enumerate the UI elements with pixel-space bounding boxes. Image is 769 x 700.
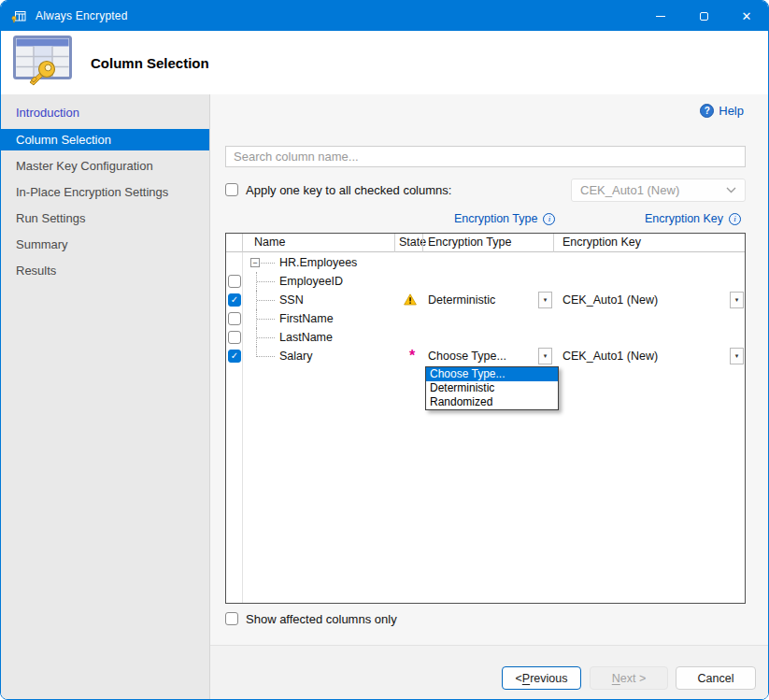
titlebar: Always Encrypted ✕	[1, 1, 768, 31]
sidebar-item-results[interactable]: Results	[1, 258, 209, 284]
previous-button[interactable]: < Previous	[502, 666, 581, 690]
required-asterisk-icon: *	[409, 349, 415, 364]
column-name: Salary	[279, 350, 312, 363]
table-group-row: − HR.Employees	[226, 253, 745, 272]
cancel-button[interactable]: Cancel	[676, 666, 756, 690]
warning-icon	[404, 293, 417, 308]
tree-line	[257, 356, 275, 357]
tree-line	[257, 300, 275, 301]
table-row-lastname: LastName	[226, 328, 745, 347]
chevron-down-icon	[726, 187, 736, 193]
column-name: EmployeeID	[279, 275, 343, 288]
row-checkbox-lastname[interactable]	[228, 331, 241, 344]
apply-one-key-label: Apply one key to all checked columns:	[246, 183, 451, 197]
app-table-key-icon	[11, 8, 26, 23]
sidebar-item-master-key-configuration[interactable]: Master Key Configuration	[1, 153, 209, 179]
window-title: Always Encrypted	[36, 9, 128, 22]
minimize-icon	[656, 16, 665, 17]
row-checkbox-salary[interactable]: ✓	[228, 350, 241, 363]
tree-collapse-icon[interactable]: −	[250, 258, 260, 267]
grid-header: Name State Encryption Type Encryption Ke…	[226, 234, 745, 252]
help-label: Help	[719, 104, 744, 118]
tree-line	[257, 319, 275, 320]
wizard-sidebar: IntroductionColumn SelectionMaster Key C…	[1, 94, 210, 699]
tree-line	[257, 281, 275, 282]
cek-master-value: CEK_Auto1 (New)	[580, 183, 679, 197]
encryption-key-dropdown-button[interactable]: ▾	[730, 348, 744, 364]
always-encrypted-wizard-window: Always Encrypted ✕	[0, 0, 769, 700]
column-name: LastName	[279, 331, 333, 344]
maximize-icon	[700, 12, 708, 21]
encryption-key-link[interactable]: Encryption Key i	[645, 212, 741, 225]
column-name: FirstName	[279, 312, 334, 325]
encryption-type-link[interactable]: Encryption Type i	[454, 212, 555, 225]
footer-bar: < Previous Next > Cancel	[210, 645, 768, 699]
table-row-employeeid: EmployeeID	[226, 272, 745, 291]
encryption-type-dropdown-button[interactable]: ▾	[538, 292, 552, 308]
show-affected-label: Show affected columns only	[246, 612, 397, 626]
apply-one-key-checkbox[interactable]	[225, 183, 238, 196]
encryption-key-value: CEK_Auto1 (New)	[563, 350, 658, 363]
close-icon: ✕	[742, 10, 752, 22]
info-icon[interactable]: i	[543, 213, 555, 225]
table-row-firstname: FirstName	[226, 309, 745, 328]
content-pane: ? Help Apply one key to all checked colu…	[210, 94, 768, 699]
header-encryption-key: Encryption Key	[563, 234, 641, 251]
table-row-ssn: ✓SSNDeterministic▾CEK_Auto1 (New)▾	[226, 291, 745, 309]
sidebar-item-in-place-encryption-settings[interactable]: In-Place Encryption Settings	[1, 179, 209, 206]
help-link[interactable]: ? Help	[700, 104, 744, 118]
table-row-salary: ✓Salary*Choose Type...▾CEK_Auto1 (New)▾	[226, 347, 745, 365]
sidebar-item-summary[interactable]: Summary	[1, 232, 209, 258]
close-button[interactable]: ✕	[725, 1, 768, 31]
dropdown-option-randomized[interactable]: Randomized	[426, 395, 558, 409]
show-affected-checkbox[interactable]	[225, 612, 238, 625]
maximize-button[interactable]	[682, 1, 725, 31]
column-name: SSN	[279, 293, 304, 307]
encryption-type-dropdown-button[interactable]: ▾	[538, 348, 552, 364]
sidebar-item-introduction[interactable]: Introduction	[1, 100, 209, 126]
row-checkbox-employeeid[interactable]	[228, 275, 241, 288]
header-name: Name	[254, 234, 285, 251]
encryption-key-dropdown-button[interactable]: ▾	[730, 292, 744, 308]
cek-master-combobox[interactable]: CEK_Auto1 (New)	[571, 179, 746, 202]
search-input[interactable]	[225, 146, 746, 167]
tree-line	[257, 337, 275, 338]
info-icon[interactable]: i	[729, 213, 741, 225]
dropdown-option-deterministic[interactable]: Deterministic	[426, 381, 558, 395]
encryption-type-value: Deterministic	[428, 293, 495, 307]
next-button[interactable]: Next >	[590, 666, 668, 690]
sidebar-item-column-selection[interactable]: Column Selection	[1, 129, 209, 150]
dropdown-option-choose-type-[interactable]: Choose Type...	[426, 367, 558, 381]
row-checkbox-ssn[interactable]: ✓	[228, 293, 241, 307]
header-encryption-type: Encryption Type	[428, 234, 511, 251]
page-title: Column Selection	[91, 55, 209, 71]
group-row-name: HR.Employees	[279, 256, 357, 269]
columns-grid: Name State Encryption Type Encryption Ke…	[225, 233, 746, 604]
encryption-key-value: CEK_Auto1 (New)	[563, 293, 658, 307]
row-checkbox-firstname[interactable]	[228, 312, 241, 325]
page-header: Column Selection	[1, 31, 768, 94]
table-key-icon	[12, 35, 74, 91]
help-icon: ?	[700, 104, 714, 118]
sidebar-item-run-settings[interactable]: Run Settings	[1, 206, 209, 232]
encryption-type-dropdown-list: Choose Type...DeterministicRandomized	[425, 366, 559, 410]
minimize-button[interactable]	[639, 1, 682, 31]
encryption-type-value: Choose Type...	[428, 350, 506, 363]
